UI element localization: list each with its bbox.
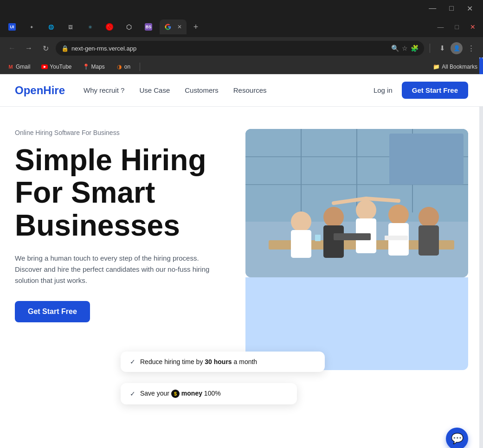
download-button[interactable]: ⬇ bbox=[436, 42, 449, 55]
nav-link-use-case[interactable]: Use Case bbox=[139, 86, 170, 94]
svg-rect-12 bbox=[323, 225, 344, 258]
bookmark-on-label: on bbox=[124, 64, 130, 70]
svg-point-15 bbox=[388, 205, 409, 225]
browser-tab-2[interactable]: ✦ bbox=[23, 19, 40, 34]
svg-rect-23 bbox=[385, 236, 408, 240]
back-button[interactable]: ← bbox=[6, 42, 19, 55]
get-start-button[interactable]: Get Start Free bbox=[402, 82, 468, 99]
login-button[interactable]: Log in bbox=[374, 86, 393, 94]
browser-tab-1[interactable]: UI bbox=[4, 19, 20, 34]
toolbar-separator bbox=[430, 44, 430, 53]
svg-rect-18 bbox=[419, 225, 439, 256]
tab-favicon-4: 🖼 bbox=[67, 23, 74, 31]
check-icon-2: ✓ bbox=[130, 390, 135, 397]
tab-close-9[interactable]: ✕ bbox=[177, 24, 182, 30]
check-icon-1: ✓ bbox=[130, 358, 135, 365]
gmail-favicon: M bbox=[7, 64, 14, 70]
bookmark-star-icon[interactable]: ☆ bbox=[402, 45, 408, 52]
tab-favicon-7: ⬡ bbox=[125, 23, 133, 31]
logo-open: Open bbox=[15, 84, 43, 96]
svg-point-13 bbox=[356, 200, 376, 220]
svg-point-9 bbox=[291, 211, 311, 232]
money-icon: $ bbox=[171, 390, 180, 398]
tab-favicon-6: 🚫 bbox=[106, 23, 113, 31]
hero-subtitle: Online Hiring Software For Business bbox=[15, 129, 223, 136]
bookmark-gmail[interactable]: M Gmail bbox=[6, 63, 32, 71]
tab-favicon-8: BS bbox=[145, 23, 152, 31]
address-bar-row: ← → ↻ 🔒 next-gen-rms.vercel.app 🔍 ☆ 🧩 ⬇ … bbox=[0, 37, 483, 59]
browser-chrome: — □ ✕ UI ✦ 🌐 🖼 ⚛ 🚫 ⬡ bbox=[0, 0, 483, 74]
window-controls: — □ ✕ bbox=[434, 21, 479, 32]
hero-image bbox=[245, 129, 468, 277]
hero-cta-button[interactable]: Get Start Free bbox=[15, 301, 90, 322]
bookmark-maps-label: Maps bbox=[91, 64, 105, 70]
svg-rect-7 bbox=[389, 134, 464, 185]
logo[interactable]: OpenHire bbox=[15, 84, 65, 97]
tab-bar: UI ✦ 🌐 🖼 ⚛ 🚫 ⬡ BS bbox=[0, 17, 483, 37]
tooltip-card-1: ✓ Reduce hiring time by 30 hours a month bbox=[121, 352, 325, 372]
tab-favicon-2: ✦ bbox=[28, 23, 35, 31]
bookmark-maps[interactable]: 📍 Maps bbox=[81, 63, 107, 71]
browser-tab-5[interactable]: ⚛ bbox=[82, 19, 98, 34]
scrollbar[interactable] bbox=[479, 74, 483, 448]
tab-favicon-9 bbox=[164, 23, 172, 31]
refresh-button[interactable]: ↻ bbox=[39, 42, 52, 55]
close-button[interactable]: ✕ bbox=[462, 3, 477, 14]
browser-tab-4[interactable]: 🖼 bbox=[62, 19, 79, 34]
browser-tab-8[interactable]: BS bbox=[140, 19, 157, 34]
webpage-content: OpenHire Why recruit ? Use Case Customer… bbox=[0, 74, 483, 448]
nav-link-why-recruit[interactable]: Why recruit ? bbox=[84, 86, 124, 94]
profile-avatar[interactable]: 👤 bbox=[451, 42, 463, 54]
browser-tab-3[interactable]: 🌐 bbox=[43, 19, 59, 34]
nav-links: Why recruit ? Use Case Customers Resourc… bbox=[84, 86, 266, 94]
security-icon: 🔒 bbox=[61, 45, 69, 52]
nav-right: Log in Get Start Free bbox=[374, 82, 468, 99]
chat-bubble-button[interactable]: 💬 bbox=[446, 428, 468, 448]
tooltip-card-2: ✓ Save your $ money 100% bbox=[121, 383, 297, 404]
svg-point-11 bbox=[323, 207, 344, 227]
tab-favicon-5: ⚛ bbox=[86, 23, 94, 31]
forward-button[interactable]: → bbox=[22, 42, 35, 55]
minimize-button[interactable]: — bbox=[424, 3, 441, 13]
bookmarks-bar: M Gmail ▶ YouTube 📍 Maps ◑ on 📁 All Book… bbox=[0, 59, 483, 74]
win-minimize-btn[interactable]: — bbox=[434, 21, 448, 32]
all-bookmarks-button[interactable]: 📁 All Bookmarks bbox=[433, 64, 477, 70]
maximize-button[interactable]: □ bbox=[444, 3, 458, 13]
svg-line-20 bbox=[366, 198, 399, 201]
folder-icon: 📁 bbox=[433, 64, 440, 70]
chat-icon: 💬 bbox=[451, 433, 464, 445]
bookmarks-separator bbox=[140, 63, 140, 71]
nav-link-customers[interactable]: Customers bbox=[185, 86, 219, 94]
extensions-icon[interactable]: 🧩 bbox=[411, 45, 419, 52]
svg-rect-21 bbox=[334, 233, 371, 240]
svg-rect-10 bbox=[291, 230, 311, 258]
toolbar-icons: ⬇ 👤 ⋮ bbox=[436, 42, 477, 55]
new-tab-button[interactable]: + bbox=[189, 20, 202, 33]
title-bar: — □ ✕ bbox=[0, 0, 483, 17]
win-maximize-btn[interactable]: □ bbox=[451, 21, 463, 32]
hero-title: Simple Hiring For Smart Businesses bbox=[15, 144, 223, 242]
tooltip-text-2: Save your $ money 100% bbox=[140, 390, 221, 398]
menu-button[interactable]: ⋮ bbox=[464, 42, 477, 55]
tooltip-text-1: Reduce hiring time by 30 hours a month bbox=[140, 358, 257, 365]
hero-section: Online Hiring Software For Business Simp… bbox=[0, 107, 483, 448]
bookmark-gmail-label: Gmail bbox=[16, 64, 30, 70]
main-nav: OpenHire Why recruit ? Use Case Customer… bbox=[0, 74, 483, 107]
browser-tab-9[interactable]: ✕ bbox=[160, 19, 187, 34]
browser-tab-6[interactable]: 🚫 bbox=[101, 19, 118, 34]
youtube-favicon: ▶ bbox=[41, 64, 48, 69]
svg-point-17 bbox=[419, 207, 439, 227]
address-text: next-gen-rms.vercel.app bbox=[71, 45, 136, 52]
bookmark-on[interactable]: ◑ on bbox=[114, 63, 132, 71]
win-close-btn[interactable]: ✕ bbox=[466, 21, 479, 32]
tab-favicon-3: 🌐 bbox=[47, 23, 55, 31]
logo-hire: Hire bbox=[43, 84, 65, 96]
bookmark-youtube[interactable]: ▶ YouTube bbox=[39, 63, 73, 71]
on-favicon: ◑ bbox=[116, 64, 122, 70]
nav-link-resources[interactable]: Resources bbox=[233, 86, 267, 94]
browser-tab-7[interactable]: ⬡ bbox=[121, 19, 137, 34]
tab-favicon-1: UI bbox=[8, 23, 16, 31]
search-icon[interactable]: 🔍 bbox=[391, 45, 399, 52]
team-photo bbox=[245, 129, 468, 277]
address-bar[interactable]: 🔒 next-gen-rms.vercel.app 🔍 ☆ 🧩 bbox=[56, 41, 424, 56]
